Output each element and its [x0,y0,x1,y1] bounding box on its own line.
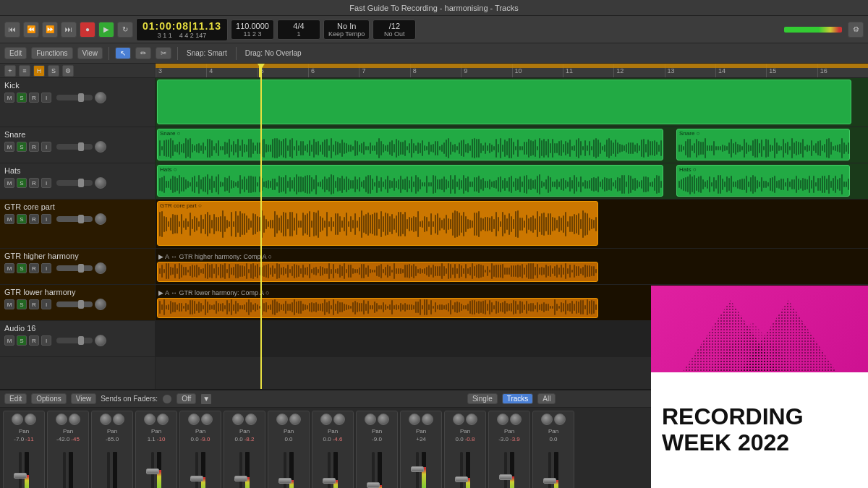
ch-fader-knob-11[interactable] [499,474,512,480]
ch-fader-knob-3[interactable] [146,468,159,474]
track-mute-gtr-low[interactable]: M [4,299,14,309]
forward-button[interactable]: ⏩ [42,22,58,38]
play-button[interactable]: ▶ [98,22,114,38]
ch-knob-4-1[interactable] [201,414,213,425]
track-pan-gtr-low[interactable] [95,299,106,310]
rewind-button[interactable]: ⏪ [23,22,39,38]
track-volume-gtr-core[interactable] [56,216,93,222]
ch-knob-6-0[interactable] [276,414,288,425]
pointer-tool[interactable]: ↖ [115,47,131,59]
ch-fader-knob-9[interactable] [411,466,424,472]
track-solo-button[interactable]: S [48,65,59,77]
settings-button[interactable]: ⚙ [848,22,864,38]
track-solo-hats[interactable]: S [17,178,27,188]
track-pan-hats[interactable] [95,177,106,189]
single-button[interactable]: Single [467,393,498,404]
ch-knob-1-0[interactable] [56,414,67,425]
edit-menu-button[interactable]: Edit [4,47,27,59]
ch-knob-1-1[interactable] [69,414,80,425]
track-pan-gtr-core[interactable] [95,213,106,225]
ch-knob-5-1[interactable] [245,414,257,425]
ch-knob-3-1[interactable] [157,414,169,425]
ch-knob-10-0[interactable] [453,414,464,425]
track-record-gtr-low[interactable]: R [29,299,39,309]
ch-knob-9-0[interactable] [409,414,420,425]
view-menu-button[interactable]: View [77,47,103,59]
track-input-hats[interactable]: I [41,178,51,188]
add-track-button[interactable]: + [4,65,16,77]
sends-off-button[interactable]: Off [176,393,196,404]
track-mute-gtr-high[interactable]: M [4,263,14,273]
mixer-options-button[interactable]: Options [31,393,66,404]
ch-knob-2-0[interactable] [100,414,111,425]
track-solo-gtr-high[interactable]: S [17,263,27,273]
ch-knob-0-0[interactable] [12,414,23,425]
loop-button[interactable]: ↻ [117,22,133,38]
track-type-button[interactable]: H [33,65,45,77]
audio-clip-snare-2[interactable]: Snare ○ [676,129,850,160]
ch-knob-8-0[interactable] [365,414,376,425]
rewind-fast-button[interactable]: ⏮ [4,22,20,38]
track-record-snare[interactable]: R [29,142,39,152]
ch-knob-12-1[interactable] [554,414,566,425]
track-list-button[interactable]: ≡ [19,65,30,77]
ch-knob-4-0[interactable] [188,414,200,425]
pencil-tool[interactable]: ✏ [135,47,151,59]
track-record-kick[interactable]: R [29,93,39,103]
track-input-audio16[interactable]: I [41,335,51,346]
track-volume-gtr-high[interactable] [56,265,93,271]
track-pan-gtr-high[interactable] [95,262,106,274]
ch-knob-6-1[interactable] [289,414,301,425]
track-volume-kick[interactable] [56,95,93,100]
ch-fader-knob-6[interactable] [278,478,292,484]
mixer-edit-button[interactable]: Edit [4,393,27,404]
track-pan-kick[interactable] [95,92,106,103]
track-input-gtr-low[interactable]: I [41,299,51,309]
ch-fader-knob-0[interactable] [14,473,27,479]
tracks-button[interactable]: Tracks [502,393,534,404]
track-solo-gtr-low[interactable]: S [17,299,27,309]
functions-menu-button[interactable]: Functions [31,47,72,59]
track-mute-snare[interactable]: M [4,142,14,152]
mixer-view-button[interactable]: View [71,393,97,404]
ch-fader-knob-10[interactable] [455,476,468,482]
track-solo-snare[interactable]: S [17,142,27,152]
ch-fader-knob-12[interactable] [543,478,556,484]
track-mute-hats[interactable]: M [4,178,14,188]
track-volume-hats[interactable] [56,180,93,186]
track-record-audio16[interactable]: R [29,335,39,346]
track-volume-gtr-low[interactable] [56,301,93,307]
record-button[interactable]: ● [80,22,95,38]
ch-knob-8-1[interactable] [378,414,389,425]
eraser-tool[interactable]: ✂ [156,47,171,59]
track-solo-gtr-core[interactable]: S [17,214,27,224]
audio-clip-gtr-core[interactable]: GTR core part ○ [157,201,598,246]
audio-clip-hats-2[interactable]: Hats ○ [676,165,850,197]
ch-fader-knob-7[interactable] [323,478,336,484]
ch-knob-7-1[interactable] [333,414,345,425]
track-pan-audio16[interactable] [95,335,106,346]
track-pan-snare[interactable] [95,141,106,153]
ch-knob-11-1[interactable] [510,414,522,425]
track-record-gtr-high[interactable]: R [29,263,39,273]
audio-clip-gtr-high[interactable] [157,262,598,282]
sends-toggle[interactable] [162,394,172,404]
track-volume-audio16[interactable] [56,338,93,343]
ch-knob-3-0[interactable] [144,414,156,425]
ch-fader-knob-8[interactable] [367,482,380,488]
track-mute-kick[interactable]: M [4,93,14,103]
track-record-hats[interactable]: R [29,178,39,188]
track-input-snare[interactable]: I [41,142,51,152]
track-input-gtr-core[interactable]: I [41,214,51,224]
ch-knob-2-1[interactable] [113,414,124,425]
all-button[interactable]: All [537,393,556,404]
forward-end-button[interactable]: ⏭ [61,22,77,38]
audio-clip-gtr-low[interactable] [157,298,598,318]
ch-knob-12-0[interactable] [541,414,553,425]
track-input-kick[interactable]: I [41,93,51,103]
track-input-gtr-high[interactable]: I [41,263,51,273]
audio-clip-hats-1[interactable]: Hats ○ [157,165,663,197]
sends-dropdown[interactable]: ▼ [200,393,212,405]
track-solo-kick[interactable]: S [17,93,27,103]
ch-knob-10-1[interactable] [466,414,477,425]
